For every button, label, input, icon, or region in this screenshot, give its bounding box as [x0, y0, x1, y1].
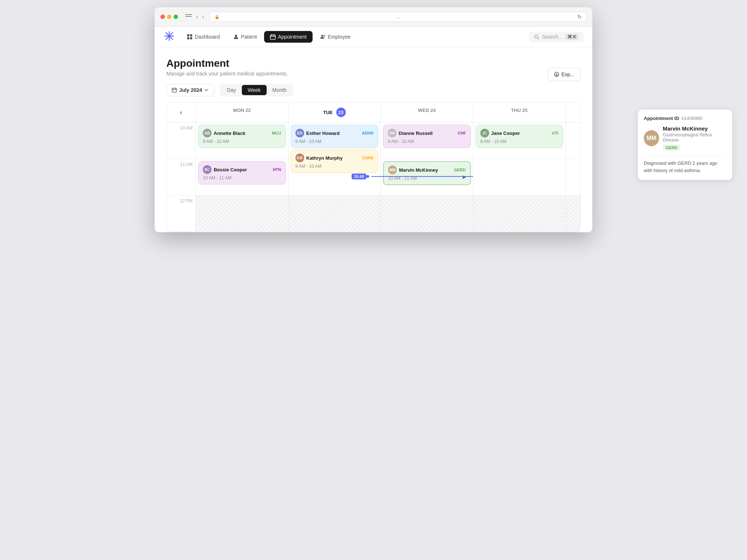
time-slot-10am: 10 AM	[167, 122, 196, 159]
svg-point-6	[321, 35, 323, 37]
day-cell-mon22-10am[interactable]: AB Annette Black MCU 9 AM - 10 AM	[196, 122, 288, 159]
search-bar[interactable]: Search... ⌘ K	[529, 31, 584, 42]
appt-card-bessie-cooper[interactable]: BC Bessie Cooper HTN 10 AM - 11 AM	[198, 161, 286, 184]
tag-adhd: ADHD	[362, 131, 374, 136]
calendar-back-button[interactable]: ‹	[167, 102, 196, 122]
close-button[interactable]	[160, 15, 165, 19]
view-switcher: Day Week Month	[220, 84, 293, 96]
nav-item-employee[interactable]: Employee	[314, 31, 356, 43]
day-column-thu25: JC Jane Cooper UTI 9 AM - 10 AM	[473, 122, 566, 232]
logo[interactable]	[163, 30, 175, 43]
calendar-icon	[172, 88, 177, 93]
nav-item-patient[interactable]: Patient	[227, 31, 263, 43]
patient-name-annette: Annette Black	[214, 131, 245, 136]
calendar-grid: ‹ MON 22 TUE 23 WED 24 THU 25 10 AM 11 A…	[166, 102, 581, 232]
day-column-wed24: DR Dianne Russell CHF 9 AM - 10 AM	[381, 122, 473, 232]
day-cell-extra-12pm	[566, 195, 580, 232]
avatar-dianne: DR	[388, 129, 396, 137]
month-selector[interactable]: July 2024	[166, 84, 214, 96]
avatar-jane: JC	[480, 129, 489, 137]
day-cell-tue23-12pm	[289, 195, 381, 232]
current-month: July 2024	[179, 87, 202, 93]
appt-time-bessie: 10 AM - 11 AM	[203, 175, 281, 180]
title-bar-controls: ‹ ›	[185, 13, 205, 20]
time-column: 10 AM 11 AM 12 PM	[167, 122, 196, 232]
view-week-button[interactable]: Week	[242, 85, 267, 95]
sidebar-toggle[interactable]	[185, 14, 192, 19]
nav-label-employee: Employee	[328, 34, 351, 40]
day-cell-wed24-10am[interactable]: DR Dianne Russell CHF 9 AM - 10 AM	[381, 122, 473, 159]
avatar-bessie: BC	[203, 165, 212, 174]
nav-label-appointment: Appointment	[278, 34, 307, 40]
day-cell-thu25-10am[interactable]: JC Jane Cooper UTI 9 AM - 10 AM	[473, 122, 566, 159]
nav-label-patient: Patient	[241, 34, 257, 40]
appt-card-marvin-mckinney[interactable]: MM Marvin McKinney GERD 10 AM - 11 AM	[383, 161, 471, 185]
day-cell-thu25-12pm	[473, 195, 566, 232]
svg-point-4	[235, 35, 237, 37]
page-subtitle: Manage and track your patient medical ap…	[166, 71, 581, 77]
maximize-button[interactable]	[174, 15, 178, 19]
day-cell-tue23-10am[interactable]: EH Esther Howard ADHD 9 AM - 10 AM KM	[289, 122, 381, 159]
forward-arrow[interactable]: ›	[201, 13, 206, 20]
today-badge: 23	[336, 108, 346, 117]
avatar-esther: EH	[295, 129, 304, 137]
patient-name-bessie: Bessie Cooper	[214, 167, 247, 172]
svg-rect-0	[187, 34, 189, 36]
appt-card-annette-black[interactable]: AB Annette Black MCU 9 AM - 10 AM	[198, 125, 286, 148]
nav-item-dashboard[interactable]: Dashboard	[181, 31, 226, 43]
address-bar[interactable]: 🔒 ... ↻	[210, 12, 587, 22]
appt-time-dianne: 9 AM - 10 AM	[388, 139, 466, 144]
day-header-wed24: WED 24	[381, 102, 473, 122]
svg-rect-3	[190, 37, 192, 39]
view-month-button[interactable]: Month	[267, 85, 293, 95]
search-icon	[534, 34, 539, 39]
view-day-button[interactable]: Day	[221, 85, 242, 95]
svg-rect-10	[172, 88, 177, 92]
tag-gerd: GERD	[454, 167, 466, 172]
lock-icon: 🔒	[214, 15, 220, 19]
traffic-lights	[160, 15, 178, 19]
export-button[interactable]: Exp...	[548, 68, 581, 81]
reload-button[interactable]: ↻	[577, 14, 582, 20]
address-text: ...	[222, 14, 575, 20]
tag-mcu: MCU	[272, 131, 281, 136]
browser-nav: ‹ ›	[195, 13, 205, 20]
chevron-down-icon	[204, 88, 209, 92]
avatar-marvin: MM	[388, 166, 397, 174]
nav-label-dashboard: Dashboard	[195, 34, 220, 40]
export-icon	[554, 72, 559, 77]
appt-card-dianne-russell[interactable]: DR Dianne Russell CHF 9 AM - 10 AM	[383, 125, 471, 148]
day-cell-extra-11am	[566, 159, 580, 195]
nav-bar: Dashboard Patient Appointment Employee	[155, 27, 592, 47]
svg-rect-1	[190, 34, 192, 36]
day-cell-thu25-11am	[473, 159, 566, 195]
calendar-header: ‹ MON 22 TUE 23 WED 24 THU 25	[167, 102, 580, 122]
appt-time-jane: 9 AM - 10 AM	[480, 139, 559, 144]
appt-card-jane-cooper[interactable]: JC Jane Cooper UTI 9 AM - 10 AM	[476, 125, 564, 148]
day-header-mon22: MON 22	[196, 102, 289, 122]
time-slot-11am: 11 AM	[167, 159, 196, 195]
avatar-annette: AB	[203, 129, 212, 137]
tag-uti: UTI	[552, 131, 558, 136]
nav-item-appointment[interactable]: Appointment	[264, 31, 313, 43]
svg-rect-5	[270, 35, 275, 39]
time-indicator-line	[371, 176, 473, 177]
keyboard-shortcut: ⌘ K	[565, 34, 578, 40]
time-indicator-dot	[366, 175, 369, 178]
day-column-mon22: AB Annette Black MCU 9 AM - 10 AM	[196, 122, 289, 232]
patient-name-esther: Esther Howard	[306, 131, 340, 136]
back-arrow[interactable]: ‹	[195, 13, 200, 20]
svg-rect-2	[187, 37, 189, 39]
day-cell-wed24-11am[interactable]: MM Marvin McKinney GERD 10 AM - 11 AM	[381, 159, 473, 195]
day-header-thu25: THU 25	[473, 102, 566, 122]
day-cell-mon22-11am[interactable]: BC Bessie Cooper HTN 10 AM - 11 AM	[196, 159, 288, 195]
appt-time-esther: 9 AM - 10 AM	[295, 139, 374, 144]
main-content: Appointment Manage and track your patien…	[155, 47, 592, 232]
minimize-button[interactable]	[167, 15, 171, 19]
calendar-controls: July 2024 Day Week Month	[166, 84, 581, 102]
patient-name-marvin: Marvin McKinney	[399, 167, 438, 173]
title-bar: ‹ › 🔒 ... ↻	[155, 7, 592, 27]
appt-time-annette: 9 AM - 10 AM	[203, 139, 281, 144]
appt-card-esther-howard[interactable]: EH Esther Howard ADHD 9 AM - 10 AM	[291, 125, 379, 148]
day-header-more	[566, 102, 580, 122]
